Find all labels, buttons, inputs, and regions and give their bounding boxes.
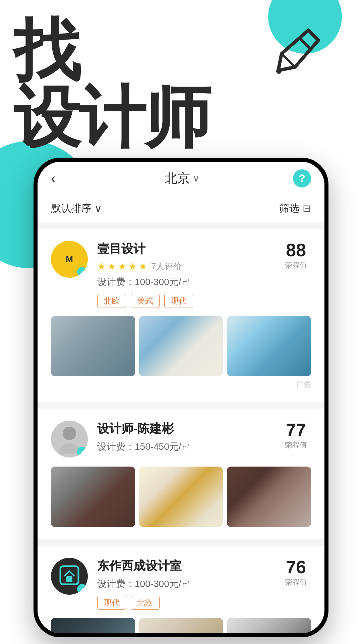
designer-score-2: 77 荣程值 (281, 421, 311, 450)
designer-tags-3: 现代 北欧 (97, 596, 272, 610)
sort-label: 默认排序 (51, 202, 91, 215)
designer-name-1: 壹目设计 (97, 241, 272, 257)
score-number-3: 76 (281, 558, 311, 576)
designer-score-1: 88 荣程值 (281, 241, 311, 270)
star-3: ★ (118, 261, 126, 272)
portfolio-img-1-3 (227, 316, 311, 376)
room-img-3-2 (139, 618, 223, 633)
star-4: ★ (128, 261, 137, 272)
room-img-2-1 (51, 467, 135, 527)
score-label-2: 荣程值 (281, 440, 311, 450)
portfolio-img-3-3 (227, 618, 311, 633)
designer-card-2[interactable]: ✓ 设计师-陈建彬 设计费：150-450元/㎡ 77 荣程值 (38, 409, 324, 539)
review-count-1: 7人评价 (151, 261, 182, 272)
portfolio-img-1-1 (51, 316, 135, 376)
hero-text-line2: 设计师 (13, 84, 209, 151)
score-number-2: 77 (281, 421, 311, 439)
back-button[interactable]: ‹ (51, 170, 71, 186)
portfolio-images-3 (51, 618, 311, 633)
designer-avatar-3: ✓ (51, 558, 88, 595)
city-dropdown-arrow: ∨ (193, 173, 200, 184)
designer-avatar-1: M ✓ (51, 241, 88, 278)
score-number-1: 88 (281, 241, 311, 259)
card-header-2: ✓ 设计师-陈建彬 设计费：150-450元/㎡ 77 荣程值 (51, 421, 311, 459)
designer-score-3: 76 荣程值 (281, 558, 311, 587)
designer-card-1[interactable]: M ✓ 壹目设计 ★ ★ ★ ★ ★ 7人评价 (38, 229, 324, 402)
svg-point-0 (276, 68, 282, 74)
card-header-1: M ✓ 壹目设计 ★ ★ ★ ★ ★ 7人评价 (51, 241, 311, 308)
avatar-verified-badge-1: ✓ (77, 267, 87, 277)
star-1: ★ (97, 261, 106, 272)
designer-rating-1: ★ ★ ★ ★ ★ 7人评价 (97, 261, 272, 272)
ad-label-1: 广告 (51, 380, 311, 390)
portfolio-images-2 (51, 467, 311, 527)
star-2: ★ (108, 261, 116, 272)
sort-selector[interactable]: 默认排序 ∨ (51, 202, 102, 215)
filter-button[interactable]: 筛选 ⊟ (279, 202, 311, 215)
portfolio-img-2-2 (139, 467, 223, 527)
designer-price-2: 设计费：150-450元/㎡ (97, 440, 272, 453)
help-button[interactable]: ? (293, 169, 311, 187)
portfolio-img-1-2 (139, 316, 223, 376)
designer-price-1: 设计费：100-300元/㎡ (97, 276, 272, 288)
svg-point-1 (63, 427, 76, 440)
card-header-3: ✓ 东作西成设计室 设计费：100-300元/㎡ 现代 北欧 76 荣程值 (51, 558, 311, 610)
sort-arrow-icon: ∨ (95, 203, 102, 214)
card-info-2: 设计师-陈建彬 设计费：150-450元/㎡ (97, 421, 272, 459)
score-label-3: 荣程值 (281, 577, 311, 587)
tag-modern-1: 现代 (164, 294, 193, 308)
designer-name-2: 设计师-陈建彬 (97, 421, 272, 437)
avatar-verified-badge-3: ✓ (77, 584, 87, 594)
filter-label: 筛选 (279, 202, 299, 215)
room-img-1-3 (227, 316, 311, 376)
designer-avatar-2: ✓ (51, 421, 88, 458)
pen-nib-icon (261, 20, 328, 87)
filter-bar: 默认排序 ∨ 筛选 ⊟ (38, 195, 324, 222)
score-label-1: 荣程值 (281, 260, 311, 270)
svg-rect-4 (66, 576, 72, 582)
svg-point-2 (59, 443, 79, 454)
tag-nordic-3: 北欧 (131, 596, 160, 610)
phone-mockup: ‹ 北京 ∨ ? 默认排序 ∨ 筛选 ⊟ (34, 158, 328, 637)
designer-tags-1: 北欧 美式 现代 (97, 294, 272, 308)
portfolio-images-1 (51, 316, 311, 376)
designer-list: M ✓ 壹目设计 ★ ★ ★ ★ ★ 7人评价 (38, 229, 324, 633)
portfolio-img-2-1 (51, 467, 135, 527)
card-info-3: 东作西成设计室 设计费：100-300元/㎡ 现代 北欧 (97, 558, 272, 610)
tag-modern-3: 现代 (97, 596, 126, 610)
phone-screen: ‹ 北京 ∨ ? 默认排序 ∨ 筛选 ⊟ (38, 162, 324, 633)
portfolio-img-2-3 (227, 467, 311, 527)
designer-name-3: 东作西成设计室 (97, 558, 272, 574)
star-5: ★ (139, 261, 147, 272)
designer-price-3: 设计费：100-300元/㎡ (97, 578, 272, 590)
filter-icon: ⊟ (303, 203, 311, 214)
hero-text-line1: 找 (13, 17, 79, 84)
city-selector[interactable]: 北京 ∨ (165, 170, 200, 187)
tag-american-1: 美式 (131, 294, 160, 308)
room-img-1-2 (139, 316, 223, 376)
portfolio-img-3-1 (51, 618, 135, 633)
room-img-3-3 (227, 618, 311, 633)
room-img-1-1 (51, 316, 135, 376)
room-img-3-1 (51, 618, 135, 633)
room-img-2-3 (227, 467, 311, 527)
app-header: ‹ 北京 ∨ ? (38, 162, 324, 195)
city-name: 北京 (165, 170, 190, 187)
card-info-1: 壹目设计 ★ ★ ★ ★ ★ 7人评价 设计费：100-300元/㎡ 北欧 (97, 241, 272, 308)
room-img-2-2 (139, 467, 223, 527)
designer-card-3[interactable]: ✓ 东作西成设计室 设计费：100-300元/㎡ 现代 北欧 76 荣程值 (38, 546, 324, 633)
tag-nordic-1: 北欧 (97, 294, 126, 308)
avatar-verified-badge-2: ✓ (77, 447, 87, 457)
portfolio-img-3-2 (139, 618, 223, 633)
